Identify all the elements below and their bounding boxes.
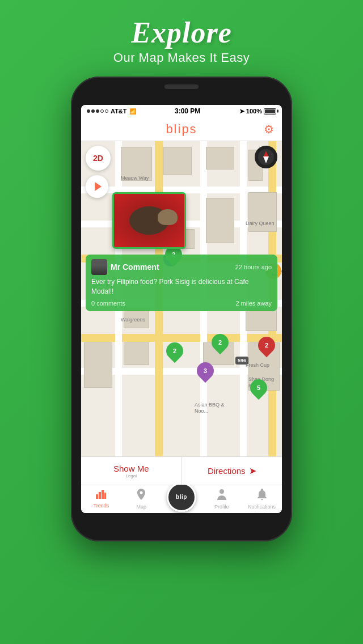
- svg-point-5: [220, 489, 224, 494]
- map-bottom-bar: Show Me Legal Directions ➤: [81, 456, 282, 485]
- map-pin-5[interactable]: 5: [250, 379, 267, 396]
- pin-circle-2: 2: [163, 339, 187, 363]
- play-triangle-icon: [95, 182, 102, 191]
- comment-header: Mr Comment 22 hours ago: [91, 259, 272, 275]
- svg-rect-2: [102, 490, 104, 499]
- pin-number-3: 2: [218, 339, 222, 346]
- comment-time: 22 hours ago: [235, 264, 272, 270]
- food-popup[interactable]: [112, 192, 186, 249]
- pin-number-2: 2: [173, 348, 176, 354]
- pin-circle-3: 2: [208, 331, 232, 354]
- svg-rect-3: [104, 493, 106, 499]
- asian-bbq-label: Asian BBQ & Noo...: [195, 402, 225, 414]
- fresh-cup-label: Fresh Cup: [246, 362, 269, 368]
- pin-circle-purple: 3: [193, 359, 217, 383]
- compass[interactable]: [255, 146, 277, 168]
- tab-trends-label: Trends: [94, 503, 109, 509]
- meadow-way-label: Meaow Way: [121, 175, 149, 181]
- status-time: 3:00 PM: [175, 107, 200, 115]
- food-plate: [129, 206, 169, 235]
- map-area[interactable]: Meaow Way entury Meadows Dr Wells Fa Wal…: [81, 141, 282, 485]
- street-h5-yellow: [81, 334, 282, 342]
- pin-circle-red: 2: [255, 333, 278, 357]
- map-2d-button[interactable]: 2D: [86, 146, 111, 171]
- street-v3: [200, 141, 207, 485]
- road-number: 596: [238, 358, 246, 363]
- status-left: AT&T 📶: [87, 108, 136, 115]
- battery-percentage: 100%: [246, 108, 262, 115]
- explore-title: Explore: [0, 16, 363, 49]
- food-image: [114, 194, 184, 247]
- pin-number-5: 5: [257, 384, 260, 391]
- directions-button[interactable]: Directions ➤: [182, 457, 282, 485]
- comment-user: Mr Comment: [91, 259, 159, 275]
- header-subtitle: Our Map Makes It Easy: [0, 50, 363, 65]
- header-area: Explore Our Map Makes It Easy: [0, 0, 363, 71]
- directions-label: Directions: [208, 466, 246, 476]
- comment-footer: 0 comments 2 miles away: [91, 300, 272, 307]
- map-pin-red[interactable]: 2: [258, 337, 275, 354]
- map-pin-3[interactable]: 2: [212, 334, 229, 351]
- dairy-queen-label: Dairy Queen: [246, 221, 275, 226]
- user-avatar: [91, 259, 107, 275]
- building-12: [246, 308, 277, 331]
- person-icon: [217, 489, 226, 503]
- svg-rect-0: [96, 494, 98, 499]
- battery-fill: [265, 109, 275, 113]
- pin-circle-5: 5: [247, 376, 271, 400]
- tab-blip[interactable]: blip: [162, 485, 202, 513]
- signal-dot-4: [100, 109, 104, 113]
- status-bar: AT&T 📶 3:00 PM ➤ 100%: [81, 105, 282, 117]
- walgreens-label: Walgreens: [121, 317, 145, 323]
- map-pin-icon: [137, 489, 145, 503]
- signal-dot-3: [96, 109, 99, 113]
- map-pin-purple[interactable]: 3: [197, 362, 214, 379]
- app-header: blips ⚙: [81, 117, 282, 141]
- carrier-label: AT&T: [111, 108, 127, 115]
- gear-icon[interactable]: ⚙: [264, 122, 274, 136]
- map-pin-2[interactable]: 2: [166, 342, 183, 359]
- comment-card[interactable]: Mr Comment 22 hours ago Ever try Filipin…: [86, 255, 277, 311]
- signal-dots: [87, 109, 108, 113]
- road-marker-596: 596: [235, 357, 248, 365]
- food-bowl: [158, 209, 178, 225]
- blip-center-button[interactable]: blip: [167, 482, 196, 512]
- distance-label: 2 miles away: [235, 300, 272, 307]
- signal-dot-2: [91, 109, 95, 113]
- tab-map[interactable]: Map: [121, 485, 162, 513]
- building-7: [206, 198, 234, 243]
- svg-point-4: [140, 492, 143, 494]
- comments-count: 0 comments: [91, 300, 125, 307]
- compass-inner: [258, 149, 274, 165]
- svg-rect-1: [99, 492, 101, 499]
- bell-icon: [258, 489, 267, 503]
- phone-screen: AT&T 📶 3:00 PM ➤ 100% blips ⚙: [81, 105, 282, 513]
- blip-button-label: blip: [176, 494, 187, 500]
- signal-dot-1: [87, 109, 90, 113]
- tab-trends[interactable]: Trends: [81, 485, 121, 513]
- bar-chart-icon: [96, 490, 106, 502]
- play-button[interactable]: [86, 175, 108, 198]
- app-logo: blips: [166, 122, 197, 137]
- comment-username: Mr Comment: [111, 262, 159, 272]
- show-me-button[interactable]: Show Me Legal: [81, 457, 182, 485]
- building-10: [124, 342, 149, 365]
- compass-south: [263, 156, 269, 163]
- signal-dot-5: [105, 109, 108, 113]
- wifi-icon: 📶: [129, 108, 136, 115]
- tab-notifications[interactable]: Notifications: [242, 485, 282, 513]
- pin-number-purple: 3: [204, 367, 207, 374]
- pin-number-red: 2: [265, 342, 268, 349]
- show-me-label: Show Me: [113, 464, 149, 473]
- building-3: [206, 147, 234, 170]
- phone-shell: AT&T 📶 3:00 PM ➤ 100% blips ⚙: [71, 77, 292, 541]
- location-icon: ➤: [239, 108, 244, 115]
- tab-bar: Trends Map blip: [81, 485, 282, 513]
- tab-notifications-label: Notifications: [248, 504, 276, 510]
- tab-profile[interactable]: Profile: [201, 485, 242, 513]
- tab-map-label: Map: [136, 504, 146, 510]
- building-9: [84, 342, 112, 388]
- tab-profile-label: Profile: [214, 504, 229, 510]
- comment-text: Ever try Filipino food? Pork Sisig is de…: [91, 277, 272, 296]
- 2d-label: 2D: [93, 154, 103, 163]
